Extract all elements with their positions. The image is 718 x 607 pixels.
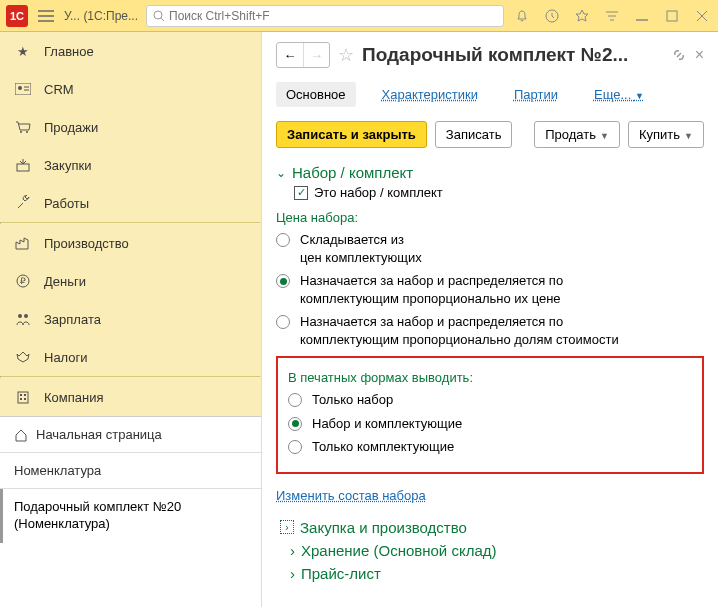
nav-main[interactable]: ★Главное [0, 32, 261, 70]
home-icon [14, 428, 28, 442]
tab-parties[interactable]: Партии [504, 82, 568, 107]
section-purchase[interactable]: › Закупка и производство [276, 519, 704, 536]
search-field[interactable] [169, 9, 497, 23]
minimize-icon[interactable] [632, 6, 652, 26]
nav-label: Продажи [44, 120, 98, 135]
nav-salary[interactable]: Зарплата [0, 300, 261, 338]
radio-label: Складывается из цен комплектующих [300, 231, 422, 266]
radio-icon [276, 233, 290, 247]
forward-button[interactable]: → [303, 43, 329, 67]
content-area: ← → ☆ Подарочный комплект №2... × Основн… [262, 32, 718, 607]
svg-rect-25 [20, 394, 22, 396]
nav-label: Компания [44, 390, 104, 405]
maximize-icon[interactable] [662, 6, 682, 26]
coin-icon: ₽ [14, 272, 32, 290]
tab-main[interactable]: Основное [276, 82, 356, 107]
nav-sales[interactable]: Продажи [0, 108, 261, 146]
price-option-2[interactable]: Назначается за набор и распределяется по… [276, 313, 704, 348]
print-option-0[interactable]: Только набор [288, 391, 692, 409]
link-icon[interactable] [671, 47, 687, 63]
nav-money[interactable]: ₽Деньги [0, 262, 261, 300]
section-storage-label: Хранение (Основной склад) [301, 542, 497, 559]
tab-more[interactable]: Еще... ▼ [584, 82, 654, 107]
section-kit-label: Набор / комплект [292, 164, 413, 181]
page-title: Подарочный комплект №2... [362, 44, 663, 66]
back-button[interactable]: ← [277, 43, 303, 67]
nav-taxes[interactable]: Налоги [0, 338, 261, 376]
tab-characteristics[interactable]: Характеристики [372, 82, 488, 107]
id-icon [14, 80, 32, 98]
price-option-0[interactable]: Складывается из цен комплектующих [276, 231, 704, 266]
section-purchase-label: Закупка и производство [300, 519, 467, 536]
catalog-link[interactable]: Номенклатура [0, 453, 261, 488]
history-icon[interactable] [542, 6, 562, 26]
eagle-icon [14, 348, 32, 366]
menu-icon[interactable] [36, 6, 56, 26]
price-radio-group: Складывается из цен комплектующих Назнач… [276, 231, 704, 348]
radio-label: Назначается за набор и распределяется по… [300, 313, 660, 348]
svg-rect-26 [24, 394, 26, 396]
close-icon[interactable] [692, 6, 712, 26]
radio-label: Только комплектующие [312, 438, 454, 456]
price-label: Цена набора: [276, 210, 704, 225]
svg-point-18 [26, 131, 28, 133]
nav-purchases[interactable]: Закупки [0, 146, 261, 184]
radio-checked-icon [288, 417, 302, 431]
nav-label: CRM [44, 82, 74, 97]
chevron-down-icon: ⌄ [276, 166, 286, 180]
building-icon [14, 388, 32, 406]
svg-line-4 [161, 18, 164, 21]
chevron-right-icon: › [290, 542, 295, 559]
nav-crm[interactable]: CRM [0, 70, 261, 108]
svg-text:₽: ₽ [20, 276, 26, 286]
search-icon [153, 10, 165, 22]
is-kit-label: Это набор / комплект [314, 185, 443, 200]
nav-company[interactable]: Компания [0, 378, 261, 416]
section-pricelist-label: Прайс-лист [301, 565, 381, 582]
app-title: У... (1С:Пре... [64, 9, 138, 23]
save-close-button[interactable]: Записать и закрыть [276, 121, 427, 148]
nav-works[interactable]: Работы [0, 184, 261, 222]
svg-rect-27 [20, 398, 22, 400]
price-option-1[interactable]: Назначается за набор и распределяется по… [276, 272, 704, 307]
nav-label: Главное [44, 44, 94, 59]
home-label: Начальная страница [36, 427, 162, 442]
home-page-link[interactable]: Начальная страница [0, 417, 261, 452]
checkbox-checked-icon: ✓ [294, 186, 308, 200]
is-kit-checkbox[interactable]: ✓ Это набор / комплект [294, 185, 704, 200]
active-document-label: Подарочный комплект №20 (Номенклатура) [14, 499, 247, 533]
section-kit[interactable]: ⌄ Набор / комплект [276, 164, 704, 181]
radio-label: Набор и комплектующие [312, 415, 462, 433]
filter-icon[interactable] [602, 6, 622, 26]
svg-rect-28 [24, 398, 26, 400]
radio-label: Назначается за набор и распределяется по… [300, 272, 660, 307]
favorite-star-icon[interactable]: ☆ [338, 44, 354, 66]
print-option-2[interactable]: Только комплектующие [288, 438, 692, 456]
section-pricelist[interactable]: › Прайс-лист [276, 565, 704, 582]
print-option-1[interactable]: Набор и комплектующие [288, 415, 692, 433]
nav-buttons: ← → [276, 42, 330, 68]
svg-rect-24 [18, 392, 28, 403]
star-icon[interactable] [572, 6, 592, 26]
sell-button[interactable]: Продать▼ [534, 121, 620, 148]
buy-button[interactable]: Купить▼ [628, 121, 704, 148]
svg-point-17 [20, 131, 22, 133]
active-document[interactable]: Подарочный комплект №20 (Номенклатура) [0, 489, 261, 543]
svg-rect-13 [15, 83, 31, 95]
factory-icon [14, 234, 32, 252]
bell-icon[interactable] [512, 6, 532, 26]
star-icon: ★ [14, 42, 32, 60]
svg-rect-10 [667, 11, 677, 21]
catalog-label: Номенклатура [14, 463, 101, 478]
save-button[interactable]: Записать [435, 121, 513, 148]
svg-point-23 [24, 314, 28, 318]
radio-icon [276, 315, 290, 329]
svg-point-3 [154, 11, 162, 19]
cart-icon [14, 118, 32, 136]
change-kit-link[interactable]: Изменить состав набора [276, 488, 426, 503]
close-panel-icon[interactable]: × [695, 46, 704, 64]
search-input[interactable] [146, 5, 504, 27]
section-storage[interactable]: › Хранение (Основной склад) [276, 542, 704, 559]
nav-production[interactable]: Производство [0, 224, 261, 262]
svg-point-22 [18, 314, 22, 318]
